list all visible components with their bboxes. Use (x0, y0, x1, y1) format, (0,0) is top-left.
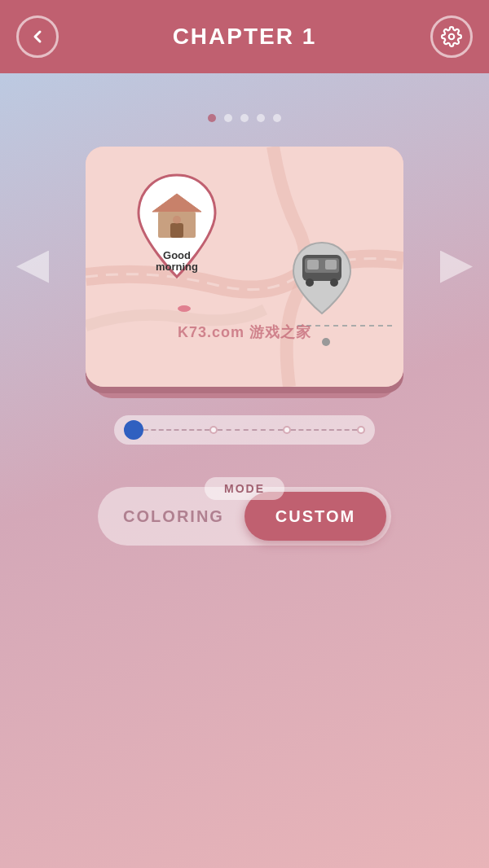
mode-label-wrapper: MODE (205, 477, 284, 500)
watermark-brand: 游戏之家 (249, 324, 311, 340)
progress-dash-3 (291, 429, 357, 431)
bus-pin (289, 240, 355, 321)
page-dot-3[interactable] (240, 114, 249, 122)
progress-node-4[interactable] (357, 426, 365, 434)
header: CHAPTER 1 (0, 0, 489, 73)
page-dot-1[interactable] (208, 114, 216, 122)
progress-dash-2 (218, 429, 284, 431)
home-pin-dot (178, 305, 191, 312)
bus-pin-dot (322, 338, 330, 346)
svg-rect-7 (307, 260, 319, 270)
progress-node-3[interactable] (283, 426, 291, 434)
settings-button[interactable] (430, 15, 473, 58)
bus-pin-svg (289, 240, 355, 318)
svg-point-9 (306, 278, 314, 287)
progress-bar-area (0, 415, 489, 445)
watermark-com: .com (207, 324, 244, 340)
watermark: K73.com 游戏之家 (178, 322, 311, 342)
svg-rect-8 (325, 260, 337, 270)
progress-dash-1 (143, 429, 209, 431)
svg-rect-1 (170, 223, 183, 238)
page-indicator (0, 114, 489, 122)
card-wrapper: Good morning (86, 147, 403, 387)
back-button[interactable] (16, 15, 59, 58)
svg-point-2 (173, 216, 181, 224)
progress-nodes (124, 420, 365, 440)
mode-label-bg: MODE (205, 477, 284, 500)
svg-text:Good: Good (163, 249, 191, 261)
page-dot-2[interactable] (224, 114, 232, 122)
mode-section: MODE COLORING CUSTOM (0, 477, 489, 546)
progress-track (114, 415, 375, 445)
svg-point-10 (330, 278, 338, 287)
home-pin: Good morning (130, 171, 224, 288)
watermark-k73: K73 (178, 324, 207, 340)
mode-label: MODE (224, 482, 265, 495)
map-background: Good morning (86, 147, 403, 387)
progress-node-2[interactable] (209, 426, 218, 434)
page-dot-5[interactable] (273, 114, 281, 122)
card-area: Good morning (0, 147, 489, 387)
progress-node-1[interactable] (124, 420, 143, 440)
mode-custom-label: CUSTOM (275, 507, 355, 526)
prev-button[interactable] (16, 251, 49, 283)
mode-coloring-label: COLORING (123, 507, 224, 526)
header-title: CHAPTER 1 (173, 24, 317, 50)
level-card[interactable]: Good morning (86, 147, 403, 387)
svg-text:morning: morning (156, 261, 198, 273)
page-dot-4[interactable] (257, 114, 265, 122)
home-pin-svg: Good morning (130, 171, 224, 285)
next-button[interactable] (440, 251, 473, 283)
dashed-line (297, 318, 395, 334)
